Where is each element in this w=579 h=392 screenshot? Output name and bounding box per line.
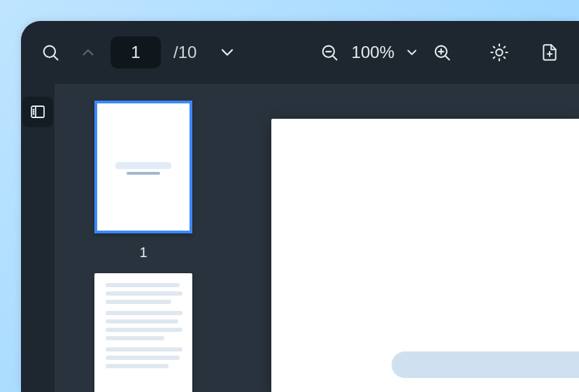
thumbnail-content-line [106, 328, 183, 332]
thumbnail-content-line [106, 311, 183, 315]
svg-point-22 [33, 109, 34, 110]
thumbnail-panel: 1 [55, 84, 232, 392]
thumbnail-content-line [106, 364, 169, 368]
thumbnail-content-line [106, 283, 180, 287]
thumbnail-content-line [115, 162, 171, 169]
right-tool-group [484, 37, 565, 68]
prev-page-button[interactable] [73, 37, 103, 68]
app-window: /10 100% [21, 21, 579, 392]
svg-line-14 [494, 47, 495, 48]
thumbnail-page-2[interactable] [94, 273, 192, 392]
brightness-button[interactable] [484, 37, 515, 68]
svg-point-9 [496, 49, 502, 55]
zoom-out-icon [320, 43, 339, 62]
next-page-button[interactable] [212, 37, 243, 68]
thumbnail-page-1[interactable] [94, 101, 192, 233]
svg-line-3 [333, 56, 337, 60]
new-page-button[interactable] [534, 37, 565, 68]
brightness-icon [489, 43, 509, 62]
toggle-thumbnails-button[interactable] [22, 96, 53, 127]
svg-line-17 [504, 47, 506, 48]
thumbnail-content-line [106, 356, 180, 360]
zoom-in-button[interactable] [427, 37, 457, 68]
thumbnail-content-line [106, 347, 183, 351]
chevron-up-icon [79, 43, 97, 61]
zoom-level-label[interactable]: 100% [349, 43, 397, 62]
svg-line-15 [504, 57, 506, 59]
zoom-dropdown-button[interactable] [401, 37, 422, 68]
thumbnail-item: 1 [55, 101, 232, 261]
svg-line-6 [445, 56, 450, 60]
zoom-controls: 100% [314, 37, 457, 68]
thumbnail-content-line [127, 172, 160, 175]
document-viewer[interactable] [232, 84, 579, 392]
thumbnail-page-number: 1 [139, 245, 147, 261]
sidebar-panel-icon [29, 103, 46, 120]
thumbnail-content-line [106, 336, 164, 340]
floating-pill[interactable] [392, 351, 579, 378]
zoom-out-button[interactable] [314, 37, 345, 68]
svg-point-23 [33, 111, 34, 112]
zoom-in-icon [432, 43, 452, 62]
current-page-input[interactable] [110, 36, 161, 68]
svg-line-16 [494, 57, 495, 59]
new-page-icon [541, 43, 559, 61]
thumbnail-content-line [106, 300, 171, 304]
toolbar: /10 100% [21, 21, 579, 84]
page-total-label: /10 [173, 43, 196, 62]
thumbnail-content-line [106, 319, 178, 324]
chevron-down-icon [404, 45, 420, 60]
svg-point-24 [33, 113, 34, 114]
sidebar-rail [21, 84, 55, 392]
thumbnail-content-line [106, 291, 183, 296]
thumbnail-item [55, 273, 232, 392]
search-button[interactable] [35, 37, 66, 68]
svg-line-1 [54, 56, 58, 60]
search-icon [41, 43, 60, 62]
body: 1 [21, 84, 579, 392]
chevron-down-icon [217, 43, 237, 62]
